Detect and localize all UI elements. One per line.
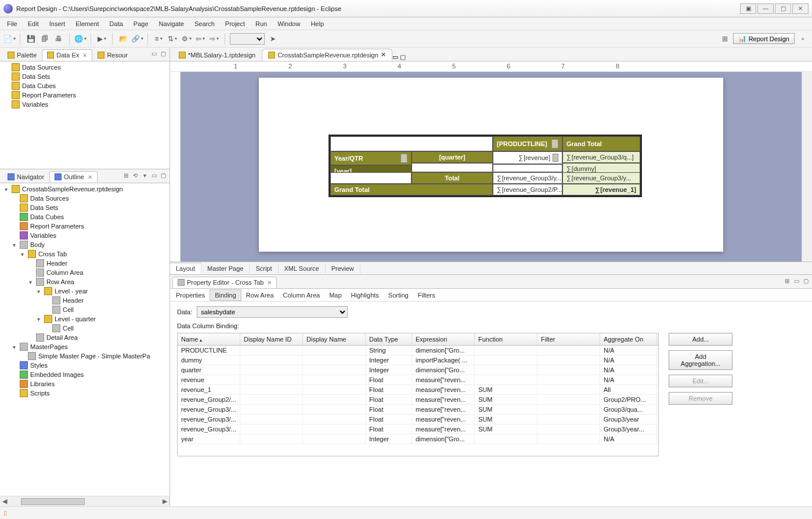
column-header[interactable]: Data Type	[366, 333, 412, 345]
column-header[interactable]: Function	[475, 333, 537, 345]
outline-item[interactable]: ▾Level - year	[1, 286, 168, 296]
table-row[interactable]: dummyIntegerimportPackage( ...N/A	[178, 355, 658, 365]
link-button[interactable]: 🔗	[131, 33, 143, 45]
design-canvas[interactable]: [PRODUCTLINE] Grand Total Year/QTR	[181, 72, 802, 262]
menu-data[interactable]: Data	[105, 19, 128, 28]
crosstab[interactable]: [PRODUCTLINE] Grand Total Year/QTR	[329, 135, 642, 197]
outline-item[interactable]: Column Area	[1, 268, 168, 277]
outline-item[interactable]: Scripts	[1, 389, 168, 398]
save-all-button[interactable]: 🗐	[39, 33, 50, 45]
minimize-editor-icon[interactable]: ▭	[392, 53, 398, 60]
perspective-button[interactable]: 📊 Report Design	[733, 33, 795, 44]
outline-item[interactable]: Cell	[1, 305, 168, 314]
add-aggregation-button[interactable]: Add Aggregation...	[669, 350, 732, 370]
grand-total-col[interactable]: Grand Total	[562, 136, 640, 151]
outline-item[interactable]: Simple Master Page - Simple MasterPa	[1, 351, 168, 361]
outline-hscrollbar[interactable]: ◀▶	[0, 496, 169, 506]
editor-mode-tab-layout[interactable]: Layout	[170, 263, 201, 274]
revenue-1-cell[interactable]: [revenue_1]	[562, 184, 640, 195]
property-editor-tab[interactable]: Property Editor - Cross Tab ✕	[172, 277, 277, 288]
menu-element[interactable]: Element	[71, 19, 103, 28]
outline-item[interactable]: Variables	[1, 231, 168, 240]
outline-tree[interactable]: ▾CrosstabSampleRevenue.rptdesignData Sou…	[0, 183, 169, 496]
revenue-g3y-b-cell[interactable]: [revenue_Group3/y...	[562, 172, 640, 184]
run-button[interactable]: ▶	[96, 33, 107, 45]
binding-table[interactable]: Name ▴Display Name IDDisplay NameData Ty…	[177, 333, 659, 456]
property-subtab-binding[interactable]: Binding	[210, 289, 241, 301]
editor-mode-tab-script[interactable]: Script	[250, 263, 278, 274]
zoom-select[interactable]	[230, 33, 265, 45]
editor-mode-tab-xml-source[interactable]: XML Source	[279, 263, 326, 274]
tree-item[interactable]: Data Sets	[1, 72, 168, 81]
close-icon[interactable]: ✕	[267, 280, 272, 286]
minimize-view-icon[interactable]: ▭	[792, 277, 800, 285]
new-button[interactable]: 📄	[3, 33, 15, 45]
tree-item[interactable]: Data Cubes	[1, 81, 168, 90]
editor-tab[interactable]: *MBLSalary-1.rptdesign	[172, 49, 262, 61]
outline-item[interactable]: Report Parameters	[1, 222, 168, 231]
menu-project[interactable]: Project	[221, 19, 250, 28]
align-button[interactable]: ≡	[153, 33, 164, 45]
outline-item[interactable]: Header	[1, 259, 168, 268]
table-row[interactable]: revenue_1Floatmeasure["reven...SUMAll	[178, 385, 658, 395]
print-button[interactable]: 🖶	[53, 33, 64, 45]
total-row-label[interactable]: Total	[412, 172, 493, 184]
column-header[interactable]: Aggregate On	[600, 333, 657, 345]
view-tab-navigator[interactable]: Navigator	[2, 171, 49, 183]
view-tab-data-ex[interactable]: Data Ex✕	[42, 49, 92, 61]
cursor-icon[interactable]: ➤	[267, 33, 279, 45]
column-header[interactable]: Expression	[412, 333, 475, 345]
revenue-g3q-cell[interactable]: [revenue_Group3/q...]	[562, 151, 640, 163]
back-button[interactable]: ⇦	[194, 33, 206, 45]
table-row[interactable]: revenue_Group3/...Floatmeasure["reven...…	[178, 405, 658, 415]
table-row[interactable]: revenue_Group3/...Floatmeasure["reven...…	[178, 424, 658, 434]
view-tab-resour[interactable]: Resour	[92, 49, 132, 61]
crosstab-col-header[interactable]: [PRODUCTLINE]	[493, 136, 562, 151]
property-subtab-properties[interactable]: Properties	[171, 290, 210, 300]
row-header-title[interactable]: Year/QTR	[330, 151, 412, 165]
outline-item[interactable]: Data Sources	[1, 194, 168, 203]
revenue-cell[interactable]: [revenue]	[493, 151, 562, 164]
table-row[interactable]: revenue_Group2/...Floatmeasure["reven...…	[178, 395, 658, 405]
menu-file[interactable]: File	[2, 19, 22, 28]
view-tab-palette[interactable]: Palette	[2, 49, 42, 61]
minimize-button[interactable]: —	[757, 3, 774, 14]
menu-icon[interactable]: ▾	[140, 171, 149, 179]
property-subtab-highlights[interactable]: Highlights	[347, 290, 384, 300]
close-icon[interactable]: ✕	[82, 52, 87, 59]
edit-button[interactable]: Edit...	[669, 375, 732, 387]
quick-access-icon[interactable]: »	[797, 33, 809, 45]
add-button[interactable]: Add...	[669, 333, 732, 346]
maximize-view-icon[interactable]: ▢	[802, 277, 810, 285]
minimize-view-icon[interactable]: ▭	[150, 49, 158, 57]
data-select[interactable]: salesbydate	[197, 306, 348, 318]
tree-item[interactable]: Variables	[1, 100, 168, 109]
table-row[interactable]: quarterIntegerdimension["Gro...N/A	[178, 365, 658, 375]
view-menu-icon[interactable]: ⊞	[783, 277, 791, 285]
property-subtab-column-area[interactable]: Column Area	[279, 290, 325, 300]
row-handle-icon[interactable]	[400, 154, 407, 163]
outline-item[interactable]: ▾MasterPages	[1, 342, 168, 351]
maximize-editor-icon[interactable]: ▢	[400, 53, 406, 60]
outline-item[interactable]: ▾Cross Tab	[1, 249, 168, 259]
table-row[interactable]: revenueFloatmeasure["reven...N/A	[178, 375, 658, 385]
editor-mode-tab-preview[interactable]: Preview	[326, 263, 360, 274]
outline-item[interactable]: Embedded Images	[1, 370, 168, 379]
tree-item[interactable]: Report Parameters	[1, 90, 168, 100]
menu-insert[interactable]: Insert	[45, 19, 70, 28]
column-header[interactable]: Display Name ID	[240, 333, 303, 345]
table-row[interactable]: revenue_Group3/...Floatmeasure["reven...…	[178, 415, 658, 424]
maximize-view-icon[interactable]: ▢	[159, 171, 167, 179]
menu-page[interactable]: Page	[129, 19, 153, 28]
menu-help[interactable]: Help	[306, 19, 329, 28]
menu-edit[interactable]: Edit	[23, 19, 44, 28]
remove-button[interactable]: Remove	[669, 392, 732, 405]
sort-button[interactable]: ⇅	[167, 33, 178, 45]
view-tab-outline[interactable]: Outline✕	[49, 171, 98, 183]
close-icon[interactable]: ✕	[88, 174, 92, 180]
grand-total-row[interactable]: Grand Total	[330, 184, 493, 195]
menu-window[interactable]: Window	[273, 19, 305, 28]
property-subtab-row-area[interactable]: Row Area	[241, 290, 279, 300]
perspective-switch-icon[interactable]: ▣	[740, 3, 756, 14]
column-header[interactable]: Name ▴	[178, 333, 240, 345]
